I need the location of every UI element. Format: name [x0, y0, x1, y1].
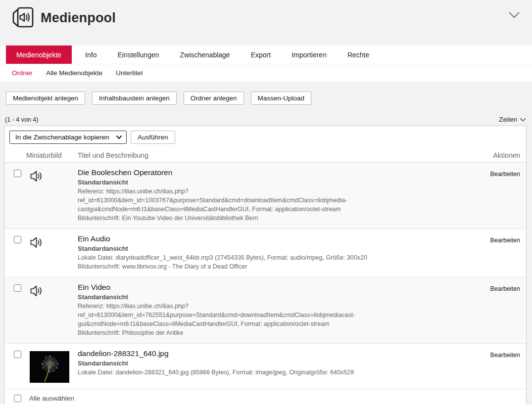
table-row: Ein Audio Standardansicht Lokale Datei: …	[4, 229, 526, 277]
inhaltsbaustein-anlegen-button[interactable]: Inhaltsbaustein anlegen	[92, 91, 177, 105]
media-description: Bildunterschrift: Ein Youtube Video der …	[78, 214, 456, 223]
table-row: Ein Video Standardansicht Referenz: http…	[4, 277, 526, 344]
create-toolbar: Medienobjekt anlegen Inhaltsbaustein anl…	[6, 91, 532, 105]
ausfuehren-button[interactable]: Ausführen	[131, 131, 175, 144]
tab-medienobjekte[interactable]: Medienobjekte	[6, 45, 72, 64]
speaker-icon	[30, 236, 43, 249]
row-checkbox[interactable]	[14, 284, 21, 292]
subtab-alle-medienobjekte[interactable]: Alle Medienobjekte	[46, 69, 102, 77]
view-label: Standardansicht	[78, 293, 456, 301]
column-aktionen: Aktionen	[466, 151, 526, 159]
page-title: Medienpool	[41, 10, 116, 26]
rows-per-page-menu[interactable]: Zeilen	[499, 116, 526, 123]
media-description: Referenz: https://ilias.unibe.ch/ilias.p…	[78, 302, 456, 319]
select-all-checkbox[interactable]	[14, 395, 21, 402]
media-description: Lokale Datei: diarydeadofficer_1_west_64…	[78, 253, 456, 262]
subtab-ordner[interactable]: Ordner	[12, 69, 33, 77]
media-description: Bildunterschrift: www.librivox.org - The…	[78, 262, 456, 271]
media-description: Referenz: https://ilias.unibe.ch/ilias.p…	[78, 187, 456, 205]
row-checkbox[interactable]	[14, 351, 21, 358]
media-title: Ein Audio	[78, 234, 456, 243]
media-description: Lokale Datei: dandelion-288321_640.jpg (…	[78, 368, 456, 377]
speaker-icon	[30, 170, 43, 182]
subtab-untertitel[interactable]: Untertitel	[116, 69, 143, 77]
chevron-down-icon[interactable]	[508, 11, 520, 19]
media-description: gui&cmdNode=m6:t1&baseClass=ilMediaCastH…	[78, 319, 456, 328]
media-objects-table: In die Zwischenablage kopieren Ausführen…	[4, 126, 527, 408]
tab-zwischenablage[interactable]: Zwischenablage	[172, 45, 237, 64]
ordner-anlegen-button[interactable]: Ordner anlegen	[184, 91, 244, 105]
footer-strip	[0, 405, 532, 408]
media-description: castgui&cmdNode=m6:t1&baseClass=ilMediaC…	[78, 205, 456, 214]
speaker-icon	[30, 285, 43, 297]
medienobjekt-anlegen-button[interactable]: Medienobjekt anlegen	[6, 91, 85, 105]
column-miniaturbild: Miniaturbild	[26, 151, 78, 159]
view-label: Standardansicht	[78, 360, 456, 367]
bearbeiten-link[interactable]: Bearbeiten	[490, 285, 520, 292]
dandelion-thumbnail-image	[30, 351, 69, 383]
chevron-down-icon	[520, 118, 526, 122]
mediapool-speaker-box-icon	[11, 6, 35, 30]
bulk-action-select[interactable]: In die Zwischenablage kopieren	[9, 131, 127, 144]
page-header: Medienpool	[0, 0, 532, 45]
massen-upload-button[interactable]: Massen-Upload	[251, 91, 312, 105]
view-label: Standardansicht	[78, 245, 456, 252]
tab-einstellungen[interactable]: Einstellungen	[110, 45, 166, 64]
table-row: Die Booleschen Operatoren Standardansich…	[4, 163, 526, 229]
tab-bar: Medienobjekte Info Einstellungen Zwische…	[0, 45, 532, 64]
media-title: Die Booleschen Operatoren	[78, 168, 456, 177]
table-header-row: Miniaturbild Titel und Beschreibung Akti…	[4, 148, 526, 163]
table-row: dandelion-288321_640.jpg Standardansicht…	[4, 344, 526, 389]
media-title: dandelion-288321_640.jpg	[78, 349, 456, 358]
tab-info[interactable]: Info	[78, 45, 104, 64]
subtab-bar: Ordner Alle Medienobjekte Untertitel	[0, 64, 532, 82]
media-title: Ein Video	[78, 283, 456, 292]
pagination-top: (1 - 4 von 4)	[5, 116, 38, 123]
rows-menu-label: Zeilen	[499, 116, 517, 123]
media-description: Bildunterschrift: Philosophie der Antike	[78, 328, 456, 337]
row-checkbox[interactable]	[14, 170, 21, 177]
bearbeiten-link[interactable]: Bearbeiten	[490, 352, 520, 359]
tab-rechte[interactable]: Rechte	[340, 45, 377, 64]
tab-importieren[interactable]: Importieren	[284, 45, 334, 64]
select-all-label: Alle auswählen	[29, 395, 74, 402]
view-label: Standardansicht	[78, 179, 456, 186]
bulk-action-bar-top: In die Zwischenablage kopieren Ausführen	[4, 126, 526, 148]
tab-export[interactable]: Export	[243, 45, 278, 64]
column-titel-und-beschreibung: Titel und Beschreibung	[78, 151, 466, 159]
row-checkbox[interactable]	[14, 236, 21, 243]
bearbeiten-link[interactable]: Bearbeiten	[490, 171, 520, 178]
bearbeiten-link[interactable]: Bearbeiten	[490, 237, 520, 244]
